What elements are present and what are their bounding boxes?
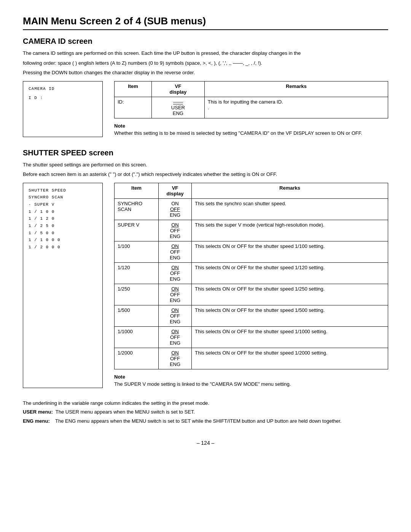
row-remarks: This selects ON or OFF for the shutter s… (192, 284, 388, 305)
page-number: – 124 – (23, 440, 388, 446)
shutter-note-text: The SUPER V mode setting is linked to th… (114, 380, 388, 388)
shutter-screen-line10: 1 / 2 0 0 0 (29, 244, 97, 251)
shutter-screen-line9: 1 / 1 0 0 0 (29, 236, 97, 244)
table-row: 1/2000 ONOFFENG This selects ON or OFF f… (115, 348, 388, 369)
table-row: 1/1000 ONOFFENG This selects ON or OFF f… (115, 326, 388, 348)
note-text: Whether this setting is to be mixed is s… (114, 129, 388, 137)
camera-id-desc2: following order: space ( ) english lette… (23, 59, 388, 67)
row-item: SYNCHROSCAN (115, 198, 159, 220)
user-menu-note: USER menu: The USER menu appears when th… (23, 408, 388, 416)
col-remarks: Remarks (204, 81, 388, 97)
row-vf: ONOFFENG (158, 220, 191, 241)
row-vf: ONOFFENG (158, 326, 191, 348)
eng-menu-label: ENG menu: (23, 418, 50, 424)
col-item: Item (115, 81, 152, 97)
row-item: SUPER V (115, 220, 159, 241)
screen-box-line3: I D : (29, 94, 97, 102)
shutter-note-heading: Note (114, 374, 125, 380)
shutter-table: Item VFdisplay Remarks SYNCHROSCAN ONOFF… (114, 183, 388, 369)
row-remarks: This selects ON or OFF for the shutter s… (192, 241, 388, 262)
row-item: 1/100 (115, 241, 159, 262)
shutter-screen-line4: · SUPER V (29, 201, 97, 208)
row-vf: ONOFFENG (158, 348, 191, 369)
row-vf: ONOFFENG (158, 262, 191, 284)
row-item: ID: (115, 97, 152, 118)
row-remarks: This sets the super V mode (vertical hig… (192, 220, 388, 241)
shutter-screen-line7: 1 / 2 5 0 (29, 222, 97, 230)
row-item: 1/2000 (115, 348, 159, 369)
row-vf: ONOFFENG (158, 241, 191, 262)
footer-notes: The underlining in the variable range co… (23, 399, 388, 425)
row-remarks: This selects ON or OFF for the shutter s… (192, 305, 388, 326)
row-remarks: This sets the synchro scan shutter speed… (192, 198, 388, 220)
eng-menu-text: The ENG menu appears when the MENU switc… (55, 418, 341, 424)
table-row: 1/100 ONOFFENG This selects ON or OFF fo… (115, 241, 388, 262)
shutter-desc2: Before each screen item is an asterisk (… (23, 171, 388, 178)
shutter-note: Note The SUPER V mode setting is linked … (114, 373, 388, 388)
row-remarks: This selects ON or OFF for the shutter s… (192, 326, 388, 348)
row-vf: —— USERENG (152, 97, 205, 118)
note-heading: Note (114, 123, 125, 129)
shutter-screen-box: SHUTTER SPEED SYNCHRO SCAN · SUPER V 1 /… (23, 183, 103, 388)
row-remarks: This selects ON or OFF for the shutter s… (192, 262, 388, 284)
col-vf-display: VFdisplay (158, 183, 191, 198)
shutter-desc1: The shutter speed settings are performed… (23, 161, 388, 169)
underline-note: The underlining in the variable range co… (23, 399, 388, 407)
shutter-screen-line5: 1 / 1 0 0 (29, 208, 97, 216)
eng-menu-note: ENG menu: The ENG menu appears when the … (23, 417, 388, 425)
camera-id-desc3: Pressing the DOWN button changes the cha… (23, 69, 388, 77)
shutter-speed-section: SHUTTER SPEED screen The shutter speed s… (23, 149, 388, 388)
table-row: 1/250 ONOFFENG This selects ON or OFF fo… (115, 284, 388, 305)
row-item: 1/500 (115, 305, 159, 326)
table-row: 1/500 ONOFFENG This selects ON or OFF fo… (115, 305, 388, 326)
camera-id-heading: CAMERA ID screen (23, 37, 388, 46)
row-remarks: This selects ON or OFF for the shutter s… (192, 348, 388, 369)
camera-id-table-area: Item VFdisplay Remarks ID: —— USERENG Th… (114, 81, 388, 137)
shutter-screen-line6: 1 / 1 2 0 (29, 215, 97, 222)
row-item: 1/250 (115, 284, 159, 305)
col-remarks: Remarks (192, 183, 388, 198)
camera-id-note: Note Whether this setting is to be mixed… (114, 122, 388, 137)
camera-id-layout: CAMERA ID I D : Item VFdisplay Remarks I… (23, 81, 388, 137)
row-vf: ONOFFENG (158, 284, 191, 305)
row-item: 1/1000 (115, 326, 159, 348)
camera-id-section: CAMERA ID screen The camera ID settings … (23, 37, 388, 137)
camera-id-screen-box: CAMERA ID I D : (23, 81, 103, 137)
page-title: MAIN Menu Screen 2 of 4 (SUB menus) (23, 15, 388, 30)
row-remarks: This is for inputting the camera ID.. (204, 97, 388, 118)
shutter-speed-heading: SHUTTER SPEED screen (23, 149, 388, 157)
camera-id-desc1: The camera ID settings are performed on … (23, 50, 388, 57)
row-item: 1/120 (115, 262, 159, 284)
col-vf-display: VFdisplay (152, 81, 205, 97)
table-row: SYNCHROSCAN ONOFFENG This sets the synch… (115, 198, 388, 220)
shutter-screen-line8: 1 / 5 0 0 (29, 230, 97, 237)
table-row: SUPER V ONOFFENG This sets the super V m… (115, 220, 388, 241)
shutter-screen-line1: SHUTTER SPEED (29, 187, 97, 194)
row-vf: ONOFFENG (158, 305, 191, 326)
user-menu-text: The USER menu appears when the MENU swit… (56, 409, 195, 415)
shutter-speed-layout: SHUTTER SPEED SYNCHRO SCAN · SUPER V 1 /… (23, 183, 388, 388)
camera-id-table: Item VFdisplay Remarks ID: —— USERENG Th… (114, 81, 388, 118)
screen-box-title: CAMERA ID (29, 85, 97, 93)
table-row: 1/120 ONOFFENG This selects ON or OFF fo… (115, 262, 388, 284)
row-vf: ONOFFENG (158, 198, 191, 220)
table-row: ID: —— USERENG This is for inputting the… (115, 97, 388, 118)
col-item: Item (115, 183, 159, 198)
vf-underline: —— (173, 99, 183, 105)
shutter-screen-line3: SYNCHRO SCAN (29, 194, 97, 201)
shutter-table-area: Item VFdisplay Remarks SYNCHROSCAN ONOFF… (114, 183, 388, 388)
user-menu-label: USER menu: (23, 409, 53, 415)
